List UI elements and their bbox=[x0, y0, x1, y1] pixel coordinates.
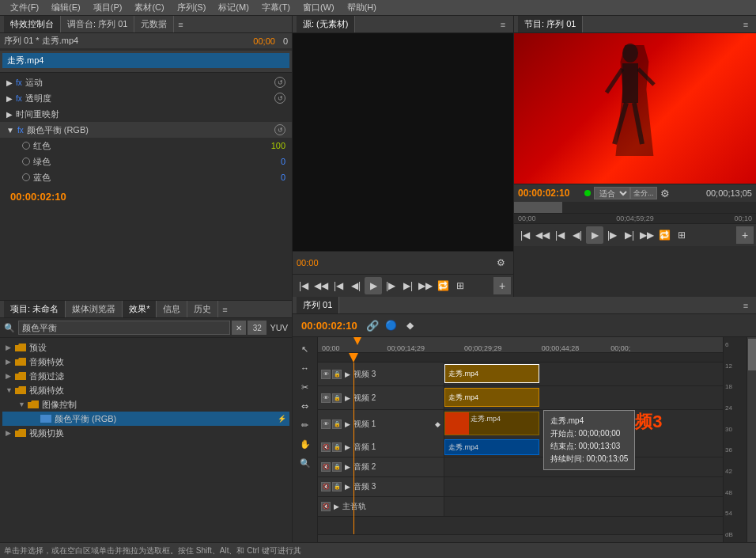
clip-audio1[interactable]: 走秀.mp4 bbox=[444, 439, 539, 455]
fx-motion-row[interactable]: ▶ fx 运动 ↺ bbox=[0, 74, 292, 90]
source-step-back[interactable]: ◀◀ bbox=[312, 277, 330, 294]
fx-expand-icon[interactable]: ▶ bbox=[6, 78, 13, 87]
tree-item-video-fx[interactable]: ▼ 视频特效 bbox=[2, 383, 289, 397]
tab-history[interactable]: 历史 bbox=[187, 301, 218, 317]
tool-ripple[interactable]: ↔ bbox=[295, 359, 316, 377]
menu-edit[interactable]: 编辑(E) bbox=[45, 0, 87, 15]
fx-reset-motion[interactable]: ↺ bbox=[274, 77, 285, 88]
menu-file[interactable]: 文件(F) bbox=[4, 0, 45, 15]
fullscreen-btn[interactable]: 全分... bbox=[630, 187, 657, 199]
eye-icon-v2[interactable]: 👁 bbox=[321, 393, 331, 403]
fx-red-value[interactable]: 100 bbox=[262, 141, 285, 150]
source-to-in[interactable]: |◀ bbox=[330, 277, 347, 294]
menu-marker[interactable]: 标记(M) bbox=[212, 0, 255, 15]
menu-window[interactable]: 窗口(W) bbox=[297, 0, 341, 15]
fx-opacity-expand[interactable]: ▶ bbox=[6, 94, 13, 103]
tool-pen[interactable]: ✏ bbox=[295, 416, 316, 434]
program-prev-frame[interactable]: ◀| bbox=[569, 226, 586, 244]
tab-effect-controls[interactable]: 特效控制台 bbox=[4, 16, 61, 32]
track-video1-content[interactable]: 走秀.mp4 走秀.mp4 开始点: 00;00;00;00 结束点: 00;0… bbox=[444, 410, 723, 438]
expand-a2[interactable]: ▶ bbox=[345, 463, 350, 471]
mute-icon-a2[interactable]: 🔇 bbox=[321, 462, 331, 472]
lock-icon-v2[interactable]: 🔒 bbox=[332, 393, 342, 403]
panel-menu-icon[interactable]: ≡ bbox=[174, 18, 187, 31]
fx-timeremap-row[interactable]: ▶ 时间重映射 bbox=[0, 106, 292, 122]
fx-colorbalance-expand[interactable]: ▼ bbox=[6, 126, 14, 135]
tool-razor[interactable]: ✂ bbox=[295, 378, 316, 396]
mute-icon-a3[interactable]: 🔇 bbox=[321, 482, 331, 492]
source-menu-icon[interactable]: ≡ bbox=[497, 18, 509, 31]
fx-reset-opacity[interactable]: ↺ bbox=[274, 93, 285, 104]
tl-snap-btn[interactable]: 🔗 bbox=[364, 317, 381, 334]
source-play[interactable]: ▶ bbox=[365, 277, 382, 294]
fx-timeremap-expand[interactable]: ▶ bbox=[6, 110, 13, 119]
tool-zoom[interactable]: 🔍 bbox=[295, 454, 316, 472]
timeline-scrollbar-h[interactable] bbox=[318, 534, 723, 542]
clip-video3[interactable]: 走秀.mp4 bbox=[444, 364, 539, 383]
source-to-out[interactable]: ▶| bbox=[399, 277, 417, 294]
search-32-button[interactable]: 32 bbox=[248, 321, 266, 335]
source-settings-btn[interactable]: ⚙ bbox=[492, 254, 509, 271]
expand-v3[interactable]: ▶ bbox=[345, 370, 350, 378]
program-add-btn[interactable]: + bbox=[736, 226, 754, 244]
clip-video1[interactable]: 走秀.mp4 bbox=[444, 412, 539, 435]
source-add-btn[interactable]: + bbox=[493, 277, 511, 294]
tool-select[interactable]: ↖ bbox=[295, 340, 316, 358]
tl-link-btn[interactable]: 🔵 bbox=[383, 317, 400, 334]
expand-master[interactable]: ▶ bbox=[334, 503, 339, 511]
tab-effects[interactable]: 效果* bbox=[123, 301, 157, 317]
menu-title[interactable]: 字幕(T) bbox=[255, 0, 297, 15]
source-step-fwd[interactable]: ▶▶ bbox=[417, 277, 434, 294]
program-timebar[interactable] bbox=[514, 202, 756, 214]
tab-source[interactable]: 源: (无素材) bbox=[297, 16, 355, 32]
tree-item-audio-filter[interactable]: ▶ 音频过滤 bbox=[2, 369, 289, 383]
menu-clip[interactable]: 素材(C) bbox=[128, 0, 170, 15]
lock-icon-a3[interactable]: 🔒 bbox=[332, 482, 342, 492]
tree-item-color-balance[interactable]: 颜色平衡 (RGB) ⚡ bbox=[2, 412, 289, 426]
settings-btn[interactable]: ⚙ bbox=[660, 188, 670, 199]
menu-help[interactable]: 帮助(H) bbox=[341, 0, 383, 15]
program-safe-margin[interactable]: ⊞ bbox=[673, 226, 690, 244]
eye-icon-v3[interactable]: 👁 bbox=[321, 370, 331, 379]
lock-icon-a2[interactable]: 🔒 bbox=[332, 462, 342, 472]
mute-icon-a1[interactable]: 🔇 bbox=[321, 442, 331, 452]
scrollbar-thumb[interactable] bbox=[748, 339, 756, 370]
search-clear-button[interactable]: ✕ bbox=[232, 321, 246, 335]
menu-project[interactable]: 项目(P) bbox=[87, 0, 129, 15]
source-to-start[interactable]: |◀ bbox=[295, 277, 312, 294]
lock-icon-v3[interactable]: 🔒 bbox=[332, 370, 342, 379]
project-menu-icon[interactable]: ≡ bbox=[218, 303, 231, 316]
fit-select[interactable]: 适合 bbox=[594, 187, 630, 199]
timeline-scrollbar-v[interactable] bbox=[747, 337, 756, 542]
timeline-menu-icon[interactable]: ≡ bbox=[739, 299, 752, 312]
source-clip-item[interactable]: 走秀.mp4 bbox=[2, 53, 289, 68]
track-video3-content[interactable]: 走秀.mp4 bbox=[444, 363, 723, 385]
lock-icon-a1[interactable]: 🔒 bbox=[332, 442, 342, 452]
tab-program[interactable]: 节目: 序列 01 bbox=[518, 16, 583, 32]
search-input[interactable] bbox=[18, 321, 230, 335]
program-to-in[interactable]: |◀ bbox=[551, 226, 569, 244]
tool-hand[interactable]: ✋ bbox=[295, 435, 316, 453]
program-loop[interactable]: 🔁 bbox=[656, 226, 673, 244]
program-to-out[interactable]: ▶| bbox=[621, 226, 638, 244]
source-loop[interactable]: 🔁 bbox=[434, 277, 452, 294]
clip-video2[interactable]: 走秀.mp4 bbox=[444, 388, 539, 407]
source-prev-frame[interactable]: ◀| bbox=[347, 277, 365, 294]
program-to-start[interactable]: |◀ bbox=[516, 226, 534, 244]
tree-item-audio-fx[interactable]: ▶ 音频特效 bbox=[2, 355, 289, 369]
expand-v2[interactable]: ▶ bbox=[345, 394, 350, 402]
program-step-back[interactable]: ◀◀ bbox=[534, 226, 551, 244]
tl-marker-btn[interactable]: ◆ bbox=[402, 317, 419, 334]
tab-sequence[interactable]: 序列 01 bbox=[297, 297, 339, 313]
track-master-content[interactable] bbox=[444, 497, 723, 516]
track-audio3-content[interactable] bbox=[444, 477, 723, 496]
program-step-fwd[interactable]: ▶▶ bbox=[638, 226, 656, 244]
fx-opacity-row[interactable]: ▶ fx 透明度 ↺ bbox=[0, 90, 292, 106]
tab-metadata[interactable]: 元数据 bbox=[134, 16, 174, 32]
tab-mixer[interactable]: 调音台: 序列 01 bbox=[61, 16, 134, 32]
lock-icon-v1[interactable]: 🔒 bbox=[332, 419, 342, 429]
program-next-frame[interactable]: |▶ bbox=[603, 226, 621, 244]
fx-colorbalance-row[interactable]: ▼ fx 颜色平衡 (RGB) ↺ bbox=[0, 122, 292, 138]
tab-info[interactable]: 信息 bbox=[157, 301, 187, 317]
tab-media-browser[interactable]: 媒体浏览器 bbox=[66, 301, 123, 317]
